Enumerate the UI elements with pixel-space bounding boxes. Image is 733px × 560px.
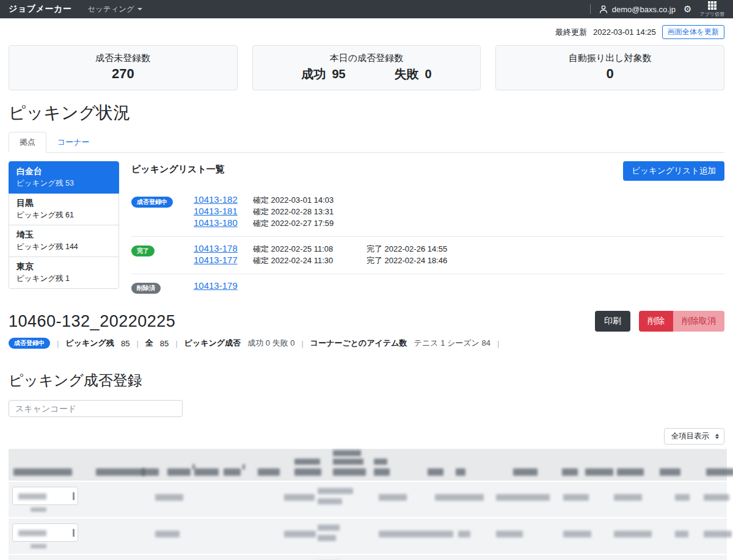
nav-menu-setting-label: セッティング — [87, 4, 134, 15]
corner-value: テニス 1 シーズン 84 — [414, 338, 490, 349]
result-label: ピッキング成否 — [184, 338, 241, 349]
items-table — [9, 449, 727, 560]
row-code-select[interactable] — [12, 523, 78, 542]
list-item: 10413-177確定 2022-02-24 11:30完了 2022-02-2… — [194, 255, 724, 266]
picking-list-link[interactable]: 10413-180 — [194, 217, 253, 228]
redacted-text — [704, 531, 732, 537]
redacted-text — [379, 531, 453, 537]
confirmed-date: 確定 2022-02-27 17:59 — [253, 218, 366, 229]
print-button[interactable]: 印刷 — [595, 311, 630, 332]
detail-title: 10460-132_20220225 — [9, 312, 175, 331]
picking-list-link[interactable]: 10413-178 — [194, 243, 253, 253]
navbar: ジョブメーカー セッティング demo@baxs.co.jp ⚙ アプリ切替 — [0, 0, 733, 18]
redacted-text — [333, 459, 363, 465]
location-item[interactable]: 目黒ピッキング残 61 — [9, 194, 119, 225]
redacted-text — [660, 468, 680, 476]
picking-list-link[interactable]: 10413-177 — [194, 255, 253, 265]
redacted-text — [194, 468, 219, 476]
add-picking-list-button[interactable]: ピッキングリスト追加 — [623, 161, 724, 181]
picking-list-group: 削除済10413-179 — [131, 274, 724, 301]
redacted-text — [284, 531, 316, 537]
completed-date: 完了 2022-02-26 14:55 — [366, 244, 480, 255]
location-remaining: ピッキング残 61 — [16, 210, 111, 220]
tab-corner[interactable]: コーナー — [46, 132, 101, 153]
delete-button[interactable]: 削除 — [639, 311, 673, 332]
page-title: ピッキング状況 — [9, 101, 724, 125]
select-handle-icon — [73, 529, 75, 537]
undelete-button[interactable]: 削除取消 — [673, 311, 724, 332]
status-badge: 削除済 — [131, 283, 161, 294]
location-item[interactable]: 白金台ピッキング残 53 — [9, 161, 119, 194]
redacted-text — [563, 494, 589, 501]
table-row — [9, 482, 727, 517]
column-display-select[interactable]: 全項目表示 — [664, 428, 725, 445]
location-remaining: ピッキング残 53 — [16, 178, 111, 189]
select-arrows-icon — [715, 434, 719, 439]
app-switch-label: アプリ切替 — [699, 11, 724, 18]
status-badge: 成否登録中 — [9, 338, 50, 349]
stat-value: 0 — [496, 66, 724, 82]
location-list: 白金台ピッキング残 53目黒ピッキング残 61埼玉ピッキング残 144東京ピッキ… — [9, 161, 119, 301]
picking-list-link[interactable]: 10413-182 — [194, 194, 253, 205]
picking-list-items: 10413-179 — [194, 280, 724, 294]
registration-title: ピッキング成否登録 — [9, 371, 724, 390]
last-updated-value: 2022-03-01 14:25 — [593, 27, 656, 37]
nav-menu-setting[interactable]: セッティング — [87, 4, 142, 15]
badge-column: 完了 — [131, 243, 194, 266]
redacted-text — [96, 468, 145, 476]
user-email: demo@baxs.co.jp — [612, 5, 676, 14]
stats-row: 成否未登録数 270 本日の成否登録数 成功95 失敗0 自動振り出し対象数 0 — [9, 45, 724, 90]
location-item[interactable]: 埼玉ピッキング残 144 — [9, 225, 119, 257]
redacted-text — [435, 494, 484, 501]
app-switch-button[interactable]: アプリ切替 — [699, 1, 724, 18]
redacted-text — [513, 468, 538, 476]
remaining-value: 85 — [121, 339, 129, 348]
redacted-text — [458, 531, 470, 537]
redacted-text — [704, 494, 729, 501]
picking-list-link[interactable]: 10413-181 — [194, 206, 253, 216]
column-display-value: 全項目表示 — [671, 431, 710, 442]
redacted-text — [294, 468, 321, 476]
table-row — [9, 555, 727, 560]
list-item: 10413-179 — [194, 280, 724, 292]
redacted-text — [675, 531, 688, 537]
redacted-text — [496, 494, 550, 501]
redacted-text — [706, 468, 733, 476]
redacted-text — [294, 459, 320, 465]
total-label: 全 — [145, 338, 153, 349]
tab-bar: 拠点 コーナー — [9, 132, 724, 153]
picking-list-panel: ピッキングリスト一覧 ピッキングリスト追加 成否登録中10413-182確定 2… — [131, 161, 724, 301]
scan-code-input[interactable] — [9, 400, 183, 417]
last-updated-label: 最終更新 — [555, 27, 587, 38]
redacted-text — [31, 544, 46, 548]
status-badge: 完了 — [131, 245, 155, 256]
status-badge: 成否登録中 — [131, 197, 173, 208]
row-code-select[interactable] — [12, 487, 78, 505]
location-item[interactable]: 東京ピッキング残 1 — [9, 257, 119, 289]
corner-label: コーナーごとのアイテム数 — [310, 338, 407, 349]
location-name: 埼玉 — [16, 230, 111, 241]
redacted-text — [155, 494, 183, 501]
badge-column: 成否登録中 — [131, 194, 194, 229]
user-menu[interactable]: demo@baxs.co.jp — [599, 4, 676, 14]
picking-list-items: 10413-178確定 2022-02-25 11:08完了 2022-02-2… — [194, 243, 724, 266]
select-handle-icon — [73, 492, 75, 500]
picking-list-items: 10413-182確定 2022-03-01 14:0310413-181確定 … — [194, 194, 724, 229]
redacted-text — [562, 468, 578, 476]
stat-value: 270 — [9, 66, 237, 82]
refresh-screen-button[interactable]: 画面全体を更新 — [662, 25, 724, 39]
picking-list-link[interactable]: 10413-179 — [194, 280, 253, 291]
redacted-text — [318, 525, 340, 531]
redacted-text — [617, 468, 644, 476]
tab-base[interactable]: 拠点 — [9, 132, 46, 153]
redacted-text — [563, 531, 591, 537]
redacted-text — [675, 494, 690, 501]
confirmed-date: 確定 2022-02-25 11:08 — [253, 244, 366, 255]
redacted-text — [318, 488, 353, 494]
stat-success: 成功95 — [301, 66, 345, 82]
location-remaining: ピッキング残 1 — [16, 274, 111, 284]
redacted-text — [374, 459, 387, 465]
nav-divider — [590, 4, 591, 14]
gear-icon[interactable]: ⚙ — [684, 5, 691, 14]
redacted-text — [258, 468, 280, 476]
